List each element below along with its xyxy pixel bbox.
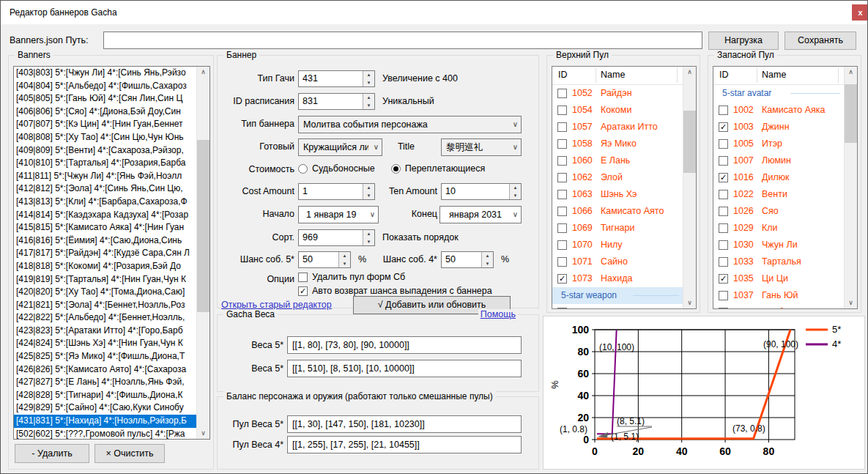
- pool-row[interactable]: 1060Е Лань: [552, 152, 683, 169]
- banner-list-item[interactable]: [406|806] 5*:[Сяо] 4*:[Диона,Бэй Доу,Син: [14, 105, 197, 119]
- radio-icon[interactable]: [391, 164, 401, 174]
- pool-row[interactable]: 1038Альбедо: [713, 304, 845, 308]
- banner-list-item[interactable]: [408|808] 5*:[Ху Тао] 4*:[Син Цю,Чун Юнь: [14, 131, 197, 144]
- prefab-combo[interactable]: Кружащийся ли∨: [298, 138, 382, 156]
- pool-row[interactable]: 1029Кли: [713, 220, 845, 237]
- banner-list-item[interactable]: [428|828] 5*:[Тигнари] 4*:[Фишль,Диона,К: [14, 389, 197, 402]
- banner-list-item[interactable]: [429|829] 5*:[Сайно] 4*:[Саю,Куки Синобу: [14, 401, 197, 415]
- pool-row[interactable]: 1057Аратаки Итто: [552, 119, 683, 136]
- row-checkbox[interactable]: [557, 240, 567, 250]
- pool-row[interactable]: 1069Тигнари: [552, 220, 683, 237]
- banner-list-item[interactable]: [417|817] 5*:[Райдэн] 4*:[Кудзё Сара,Сян…: [14, 247, 197, 260]
- upper-pool-list[interactable]: ID Name 1052Райдэн1054Кокоми1057Аратаки …: [552, 66, 697, 309]
- spinner-arrows-icon[interactable]: ▲▼: [363, 184, 374, 199]
- banner-list-item[interactable]: [427|827] 5*:[Е Лань] 4*:[Ноэлль,Янь Фэй…: [14, 376, 197, 389]
- banner-list-item[interactable]: [403|803] 5*:[Чжун Ли] 4*:[Синь Янь,Рэйз…: [14, 67, 197, 80]
- pool-row[interactable]: ✓1003Джинн: [713, 119, 845, 136]
- banner-list-item[interactable]: [413|813] 5*:[Кли] 4*:[Барбара,Сахароза,…: [14, 196, 197, 209]
- row-checkbox[interactable]: [719, 257, 728, 267]
- banner-list-item[interactable]: [412|812] 5*:[Эола] 4*:[Синь Янь,Син Цю,: [14, 182, 197, 196]
- row-checkbox[interactable]: [719, 156, 728, 166]
- row-checkbox[interactable]: [557, 105, 567, 115]
- row-checkbox[interactable]: [557, 223, 567, 233]
- spinner-arrows-icon[interactable]: ▲▼: [509, 184, 521, 199]
- gacha-type-spinner[interactable]: 431 ▲▼: [298, 70, 375, 87]
- banner-type-combo[interactable]: Молитва события персонажа∨: [298, 116, 522, 133]
- option-row[interactable]: Удалить пул форм Сб: [298, 272, 405, 282]
- spinner-arrows-icon[interactable]: ▲▼: [363, 230, 374, 245]
- banner-list-item[interactable]: [411|811] 5*:[Чжун Ли] 4*:[Янь Фэй,Ноэлл: [14, 170, 197, 183]
- pool-row[interactable]: 11501Меч Сокола: [552, 304, 683, 308]
- banner-list-item[interactable]: [431|831] 5*:[Нахида] 4*:[Ноэлль,Рэйзор,…: [14, 415, 197, 428]
- row-checkbox[interactable]: [719, 105, 728, 115]
- row-checkbox[interactable]: [557, 190, 567, 199]
- clear-banners-button[interactable]: × Очистить: [94, 444, 165, 463]
- pool-row[interactable]: 1058Яэ Мико: [552, 136, 683, 152]
- banner-list-item[interactable]: [409|809] 5*:[Венти] 4*:[Сахароза,Рэйзор…: [14, 144, 197, 158]
- scrollbar-thumb[interactable]: [197, 140, 209, 312]
- pool-row[interactable]: 1030Чжун Ли: [713, 237, 845, 253]
- banner-list-item[interactable]: [421|821] 5*:[Эола] 4*:[Беннет,Ноэлль,Ро…: [14, 299, 197, 312]
- scroll-down-icon[interactable]: ∨: [683, 297, 696, 308]
- help-link[interactable]: Помощь: [478, 309, 518, 319]
- banners-listbox[interactable]: [403|803] 5*:[Чжун Ли] 4*:[Синь Янь,Рэйз…: [13, 66, 210, 440]
- load-button[interactable]: Нагрузка: [708, 32, 779, 50]
- row-checkbox[interactable]: [719, 190, 728, 199]
- banner-list-item[interactable]: [426|826] 5*:[Камисато Аято] 4*:[Сахароз…: [14, 363, 197, 377]
- upper-pool-scrollbar[interactable]: ∧ ∨: [683, 67, 696, 308]
- banner-list-item[interactable]: [424|824] 5*:[Шэнь Хэ] 4*:[Нин Гуан,Чун …: [14, 337, 197, 350]
- radio-icon[interactable]: [298, 164, 308, 174]
- pool-row[interactable]: 1026Сяо: [713, 203, 845, 220]
- banner-list-item[interactable]: [423|823] 5*:[Аратаки Итто] 4*:[Горо,Бар…: [14, 325, 197, 338]
- option-checkbox[interactable]: [298, 273, 308, 282]
- pool-row[interactable]: 1062Элой: [552, 169, 683, 186]
- banners-scrollbar[interactable]: ∧ ∨: [196, 67, 209, 439]
- pool-row[interactable]: 1052Райдэн: [552, 85, 683, 102]
- path-input[interactable]: [103, 32, 702, 49]
- banner-list-item[interactable]: [415|815] 5*:[Камисато Аяка] 4*:[Нин Гуа…: [14, 221, 197, 234]
- pool-row[interactable]: 1002Камисато Аяка: [713, 102, 845, 119]
- scroll-down-icon[interactable]: ∨: [845, 297, 857, 308]
- schedule-spinner[interactable]: 831 ▲▼: [298, 93, 375, 110]
- row-checkbox[interactable]: [557, 122, 567, 132]
- option-checkbox[interactable]: ✓: [298, 286, 308, 296]
- reserve-pool-list[interactable]: ID Name 5-star avatar1002Камисато Аяка✓1…: [713, 66, 858, 309]
- pool-row[interactable]: ✓1016Дилюк: [713, 169, 845, 186]
- banner-list-item[interactable]: [416|816] 5*:[Ёимия] 4*:[Саю,Диона,Синь: [14, 234, 197, 248]
- scroll-down-icon[interactable]: ∨: [197, 428, 209, 439]
- spinner-arrows-icon[interactable]: ▲▼: [481, 252, 493, 267]
- open-old-editor-link[interactable]: Открыть старый редактор: [221, 300, 332, 310]
- row-checkbox[interactable]: [557, 207, 567, 216]
- pool-row[interactable]: 1005Итэр: [713, 136, 845, 152]
- row-checkbox[interactable]: [719, 308, 728, 308]
- p4-input[interactable]: [[1, 255], [17, 255], [21, 10455]]: [287, 436, 522, 453]
- banner-list-item[interactable]: [414|814] 5*:[Каэдэхара Кадзуха] 4*:[Роз…: [14, 209, 197, 222]
- banner-list-item[interactable]: [418|818] 5*:[Кокоми] 4*:[Розария,Бэй До: [14, 260, 197, 273]
- reserve-pool-scrollbar[interactable]: ∧ ∨: [844, 67, 857, 308]
- start-date-picker[interactable]: 1 января 19∨: [298, 206, 379, 223]
- spinner-arrows-icon[interactable]: ▲▼: [363, 71, 374, 86]
- row-checkbox[interactable]: [557, 257, 567, 267]
- row-checkbox[interactable]: [557, 173, 567, 182]
- p5-input[interactable]: [[1, 30], [147, 150], [181, 10230]]: [287, 415, 522, 433]
- row-checkbox[interactable]: [557, 308, 567, 308]
- row-checkbox[interactable]: ✓: [719, 274, 728, 284]
- row-checkbox[interactable]: [719, 240, 728, 250]
- banner-list-item[interactable]: [420|820] 5*:[Ху Тао] 4*:[Тома,Диона,Саю…: [14, 286, 197, 299]
- banner-list-item[interactable]: [410|810] 5*:[Тарталья] 4*:[Розария,Барб…: [14, 157, 197, 170]
- pool-row[interactable]: 1037Гань Юй: [713, 287, 845, 304]
- pool-row[interactable]: 1022Венти: [713, 186, 845, 203]
- pool-row[interactable]: 1054Кокоми: [552, 102, 683, 119]
- banner-list-item[interactable]: [407|807] 5*:[Кэ Цин] 4*:[Нин Гуан,Бенне…: [14, 118, 197, 131]
- banner-list-item[interactable]: [422|822] 5*:[Альбедо] 4*:[Беннет,Ноэлль…: [14, 311, 197, 325]
- scroll-up-icon[interactable]: ∧: [683, 67, 696, 78]
- pool-row[interactable]: 1066Камисато Аято: [552, 203, 683, 220]
- row-checkbox[interactable]: [719, 291, 728, 300]
- cost-radio-option[interactable]: Переплетающиеся: [391, 163, 486, 174]
- chance5-spinner[interactable]: 50 ▲▼: [298, 251, 351, 268]
- row-checkbox[interactable]: [557, 89, 567, 98]
- scroll-up-icon[interactable]: ∧: [845, 67, 857, 78]
- pool-row[interactable]: 1063Шэнь Хэ: [552, 186, 683, 203]
- option-row[interactable]: ✓Авто возврат шанса выпадения с баннера: [298, 286, 492, 296]
- row-checkbox[interactable]: ✓: [719, 173, 728, 182]
